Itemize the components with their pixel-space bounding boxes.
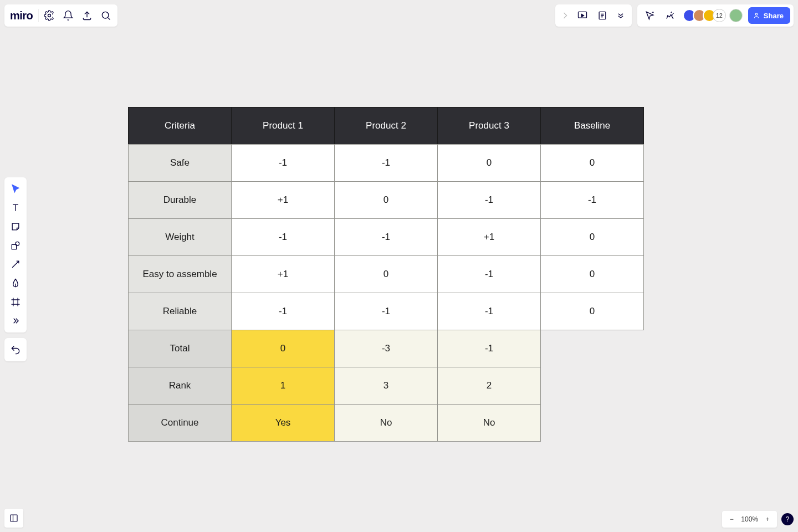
help-button[interactable]: ? [781, 513, 794, 525]
table-header-cell[interactable]: Criteria [128, 107, 232, 145]
svg-point-1 [103, 12, 109, 18]
text-tool-icon[interactable] [6, 198, 25, 217]
table-row: Weight-1-1+10 [129, 219, 644, 256]
more-tools-icon[interactable] [6, 311, 25, 330]
side-toolbar [4, 177, 27, 332]
search-icon[interactable] [96, 6, 115, 25]
table-cell[interactable]: 0 [334, 181, 438, 219]
share-button[interactable]: Share [748, 7, 790, 24]
summary-label-cell[interactable]: Rank [128, 367, 232, 405]
table-header-cell[interactable]: Baseline [540, 107, 644, 145]
zoom-control: − 100% + [722, 511, 777, 528]
table-row: Easy to assemble+10-10 [129, 256, 644, 293]
separator [38, 9, 39, 22]
table-header-cell[interactable]: Product 2 [334, 107, 438, 145]
reactions-icon[interactable] [661, 6, 679, 25]
share-label: Share [764, 12, 784, 20]
avatar-overflow-count[interactable]: 12 [713, 9, 726, 22]
side-undo-bar [4, 338, 27, 361]
table-row: Reliable-1-1-10 [129, 293, 644, 330]
table-row: Rank132 [129, 367, 644, 405]
avatar[interactable] [729, 9, 743, 22]
svg-point-4 [755, 13, 758, 16]
zoom-in-button[interactable]: + [760, 512, 775, 526]
table-cell[interactable]: -1 [334, 218, 438, 256]
table-cell[interactable]: -1 [231, 218, 335, 256]
table-cell[interactable]: 0 [540, 293, 644, 330]
cursor-activity-icon[interactable] [641, 6, 659, 25]
criteria-cell[interactable]: Safe [128, 144, 232, 182]
criteria-cell[interactable]: Easy to assemble [128, 255, 232, 293]
summary-label-cell[interactable]: Total [128, 330, 232, 367]
pugh-matrix-table[interactable]: CriteriaProduct 1Product 2Product 3Basel… [129, 108, 644, 442]
table-cell[interactable]: 0 [334, 255, 438, 293]
summary-cell[interactable]: -3 [334, 330, 438, 367]
zoom-level[interactable]: 100% [739, 515, 760, 523]
summary-cell[interactable]: No [437, 404, 541, 442]
table-row: Durable+10-1-1 [129, 182, 644, 219]
miro-logo[interactable]: miro [7, 9, 37, 22]
svg-point-6 [16, 242, 19, 245]
notifications-icon[interactable] [59, 6, 78, 25]
table-row: Safe-1-100 [129, 145, 644, 182]
comments-icon[interactable] [593, 6, 612, 25]
table-header-cell[interactable]: Product 3 [437, 107, 541, 145]
topbar-left: miro [4, 4, 117, 27]
table-row: Total0-3-1 [129, 330, 644, 367]
connector-tool-icon[interactable] [6, 255, 25, 274]
present-icon[interactable] [573, 6, 592, 25]
table-cell[interactable]: 0 [540, 144, 644, 182]
table-cell[interactable]: -1 [437, 255, 541, 293]
table-cell[interactable]: +1 [437, 218, 541, 256]
collaborator-avatars[interactable]: 12 [683, 9, 743, 22]
table-header-cell[interactable]: Product 1 [231, 107, 335, 145]
summary-cell[interactable]: 2 [437, 367, 541, 405]
topbar-view-controls [555, 4, 632, 27]
summary-cell[interactable]: -1 [437, 330, 541, 367]
undo-icon[interactable] [6, 340, 25, 359]
topbar-collab: 12 Share [637, 4, 794, 27]
sticky-note-tool-icon[interactable] [6, 217, 25, 236]
svg-rect-7 [11, 515, 17, 521]
criteria-cell[interactable]: Durable [128, 181, 232, 219]
summary-cell[interactable]: Yes [231, 404, 335, 442]
table-cell[interactable]: -1 [334, 144, 438, 182]
table-cell[interactable]: -1 [437, 181, 541, 219]
table-cell[interactable]: -1 [231, 293, 335, 330]
summary-cell[interactable]: 0 [231, 330, 335, 367]
summary-cell[interactable]: 1 [231, 367, 335, 405]
table-cell[interactable]: -1 [540, 181, 644, 219]
table-cell[interactable]: 0 [437, 144, 541, 182]
table-cell[interactable]: -1 [334, 293, 438, 330]
summary-label-cell[interactable]: Continue [128, 404, 232, 442]
table-cell[interactable]: +1 [231, 255, 335, 293]
shape-tool-icon[interactable] [6, 236, 25, 255]
bottom-right-controls: − 100% + ? [722, 511, 794, 528]
select-tool-icon[interactable] [6, 180, 25, 198]
summary-cell[interactable]: No [334, 404, 438, 442]
export-icon[interactable] [78, 6, 96, 25]
table-cell[interactable]: -1 [437, 293, 541, 330]
table-cell[interactable]: 0 [540, 255, 644, 293]
table-cell[interactable]: 0 [540, 218, 644, 256]
criteria-cell[interactable]: Reliable [128, 293, 232, 330]
frame-tool-icon[interactable] [6, 293, 25, 311]
summary-cell[interactable]: 3 [334, 367, 438, 405]
svg-point-0 [48, 14, 51, 17]
settings-icon[interactable] [40, 6, 59, 25]
frames-panel-icon[interactable] [4, 509, 23, 528]
chevron-right-icon[interactable] [559, 6, 572, 25]
svg-rect-5 [12, 244, 16, 249]
zoom-out-button[interactable]: − [724, 512, 739, 526]
table-cell[interactable]: -1 [231, 144, 335, 182]
table-row: ContinueYesNoNo [129, 405, 644, 442]
table-cell[interactable]: +1 [231, 181, 335, 219]
pen-tool-icon[interactable] [6, 274, 25, 293]
table-row: CriteriaProduct 1Product 2Product 3Basel… [129, 108, 644, 145]
chevron-double-down-icon[interactable] [613, 6, 628, 25]
criteria-cell[interactable]: Weight [128, 218, 232, 256]
share-user-icon [753, 12, 760, 19]
